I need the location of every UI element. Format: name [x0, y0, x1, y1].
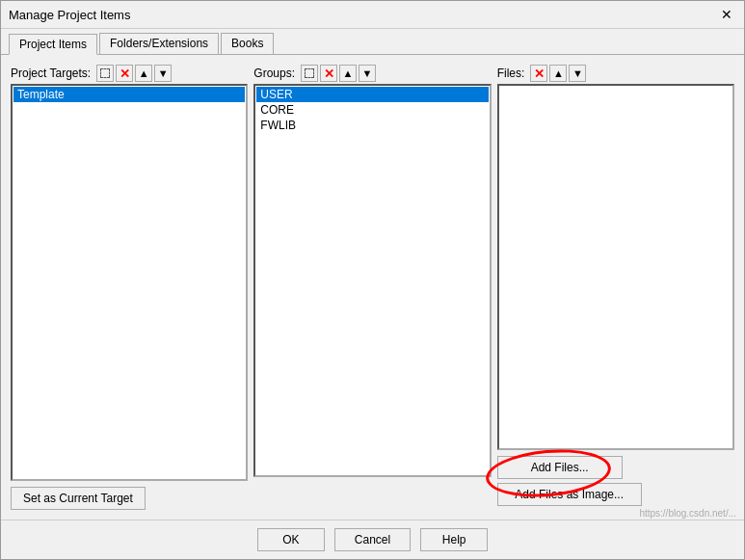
groups-list[interactable]: USER CORE FWLIB — [253, 84, 491, 477]
list-item[interactable]: CORE — [256, 102, 488, 118]
files-list[interactable] — [497, 84, 734, 450]
project-targets-down-btn[interactable]: ▼ — [154, 65, 172, 82]
groups-footer-spacer — [253, 477, 491, 510]
list-item[interactable]: USER — [256, 87, 488, 102]
down-arrow-icon: ▼ — [362, 67, 373, 79]
down-arrow-icon: ▼ — [158, 67, 169, 79]
help-button[interactable]: Help — [420, 528, 488, 551]
groups-add-btn[interactable] — [301, 65, 318, 82]
footer: OK Cancel Help — [1, 520, 744, 559]
files-label: Files: — [497, 67, 525, 80]
list-item[interactable]: FWLIB — [256, 118, 488, 133]
add-files-as-image-button[interactable]: Add Files as Image... — [497, 483, 642, 506]
groups-label: Groups: — [253, 67, 295, 80]
add-files-annotation-wrapper: Add Files... — [497, 456, 623, 479]
watermark: https://blog.csdn.net/... — [639, 508, 736, 519]
project-targets-label: Project Targets: — [11, 67, 91, 80]
groups-up-btn[interactable]: ▲ — [339, 65, 357, 82]
project-targets-delete-btn[interactable]: ✕ — [116, 65, 133, 82]
window-title: Manage Project Items — [9, 8, 130, 22]
title-bar: Manage Project Items ✕ — [1, 1, 744, 29]
files-down-btn[interactable]: ▼ — [569, 65, 586, 82]
main-window: Manage Project Items ✕ Project Items Fol… — [0, 0, 745, 560]
panels-row: Project Targets: ✕ ▲ ▼ Template — [11, 65, 734, 510]
close-button[interactable]: ✕ — [717, 7, 736, 22]
groups-panel: Groups: ✕ ▲ ▼ USER CORE — [253, 65, 491, 510]
tab-project-items[interactable]: Project Items — [9, 34, 97, 55]
ok-button[interactable]: OK — [257, 528, 325, 551]
tab-books[interactable]: Books — [221, 33, 274, 54]
add-dashed-icon — [305, 68, 314, 78]
project-targets-up-btn[interactable]: ▲ — [135, 65, 152, 82]
project-targets-list[interactable]: Template — [11, 84, 248, 481]
files-delete-btn[interactable]: ✕ — [530, 65, 547, 82]
up-arrow-icon: ▲ — [553, 67, 564, 79]
groups-down-btn[interactable]: ▼ — [359, 65, 376, 82]
files-header: Files: ✕ ▲ ▼ — [497, 65, 734, 82]
down-arrow-icon: ▼ — [572, 67, 583, 79]
up-arrow-icon: ▲ — [343, 67, 354, 79]
files-panel: Files: ✕ ▲ ▼ Ad — [497, 65, 734, 510]
groups-header: Groups: ✕ ▲ ▼ — [253, 65, 491, 82]
delete-icon: ✕ — [120, 67, 130, 81]
delete-icon: ✕ — [534, 67, 545, 81]
tab-content: Project Targets: ✕ ▲ ▼ Template — [1, 55, 744, 520]
set-current-target-wrapper: Set as Current Target — [11, 487, 248, 510]
cancel-button[interactable]: Cancel — [334, 528, 411, 551]
tab-folders-extensions[interactable]: Folders/Extensions — [99, 33, 219, 54]
project-targets-add-btn[interactable] — [96, 65, 114, 82]
add-dashed-icon — [100, 68, 110, 78]
project-targets-header: Project Targets: ✕ ▲ ▼ — [11, 65, 248, 82]
up-arrow-icon: ▲ — [139, 67, 149, 79]
list-item[interactable]: Template — [13, 87, 245, 102]
delete-icon: ✕ — [324, 67, 334, 81]
files-action-buttons: Add Files... Add Files as Image... — [497, 456, 734, 506]
project-targets-panel: Project Targets: ✕ ▲ ▼ Template — [11, 65, 248, 510]
groups-delete-btn[interactable]: ✕ — [320, 65, 337, 82]
tab-bar: Project Items Folders/Extensions Books — [1, 29, 744, 55]
files-up-btn[interactable]: ▲ — [549, 65, 567, 82]
add-files-button[interactable]: Add Files... — [497, 456, 623, 479]
set-current-target-button[interactable]: Set as Current Target — [11, 487, 146, 510]
